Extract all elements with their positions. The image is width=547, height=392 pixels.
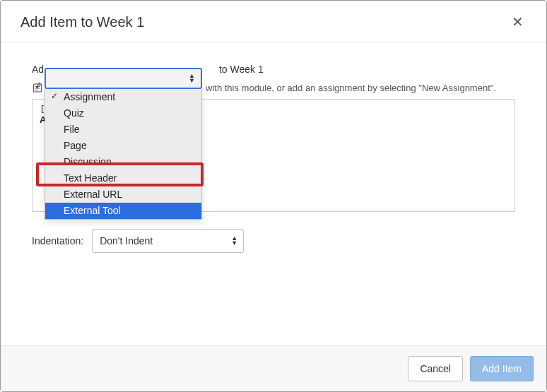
dropdown-item-discussion[interactable]: Discussion [45,154,201,170]
modal-header: Add Item to Week 1 ✕ [1,1,546,42]
add-suffix-text: to Week 1 [219,64,264,75]
close-button[interactable]: ✕ [509,13,527,30]
dropdown-item-quiz[interactable]: Quiz [45,105,201,121]
dropdown-item-file[interactable]: File [45,121,201,138]
cancel-button[interactable]: Cancel [408,356,463,381]
item-type-select-trigger[interactable]: ▲▼ [45,68,202,89]
dropdown-item-external-tool[interactable]: External Tool [45,203,201,219]
indentation-select[interactable]: Don't Indent ▲▼ [92,229,244,253]
add-item-button[interactable]: Add Item [470,356,534,381]
helper-text: with this module, or add an assignment b… [206,83,496,93]
indentation-value: Don't Indent [100,235,153,247]
add-prefix-text: Ad [32,64,44,75]
chevron-updown-icon: ▲▼ [189,73,195,83]
item-type-dropdown-list: ✓AssignmentQuizFilePageDiscussionText He… [45,89,202,220]
dropdown-item-label: Discussion [64,156,112,167]
item-type-dropdown[interactable]: ▲▼ ✓AssignmentQuizFilePageDiscussionText… [45,68,202,220]
dropdown-item-label: Text Header [64,172,117,184]
dropdown-item-text-header[interactable]: Text Header [45,170,201,186]
dropdown-item-label: External Tool [64,205,121,216]
indentation-row: Indentation: Don't Indent ▲▼ [32,229,515,253]
dropdown-item-label: File [64,124,80,135]
dropdown-item-label: Page [64,140,87,151]
indentation-label: Indentation: [32,235,83,247]
dropdown-item-label: Assignment [64,91,115,102]
dropdown-item-label: Quiz [64,107,84,119]
check-icon: ✓ [51,90,58,103]
chevron-updown-icon: ▲▼ [231,236,237,246]
dropdown-item-external-url[interactable]: External URL [45,186,201,203]
dropdown-item-label: External URL [64,189,122,200]
modal-title: Add Item to Week 1 [20,14,144,30]
assignment-icon [32,82,43,93]
dropdown-item-page[interactable]: Page [45,138,201,154]
modal-footer: Cancel Add Item [1,345,546,391]
dropdown-item-assignment[interactable]: ✓Assignment [45,89,201,105]
